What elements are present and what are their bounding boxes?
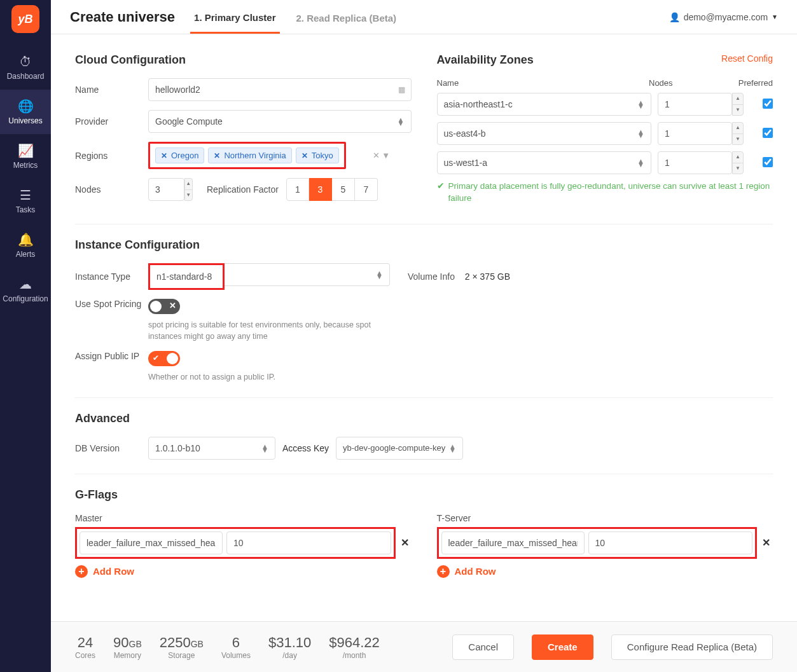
nav-dashboard[interactable]: ⏱Dashboard (0, 46, 51, 90)
gflag-master-key-input[interactable] (80, 531, 223, 554)
az-preferred-checkbox[interactable] (763, 157, 773, 167)
az-nodes-spinner[interactable]: ▲▼ (732, 93, 744, 116)
az-nodes-input[interactable] (658, 122, 732, 145)
az-preferred-checkbox[interactable] (763, 99, 773, 109)
gflag-remove-icon[interactable]: ✕ (759, 537, 773, 549)
provider-select[interactable]: Google Compute ▲▼ (148, 110, 412, 133)
select-arrows-icon: ▲▼ (261, 444, 268, 452)
name-input[interactable] (148, 78, 412, 101)
nav-metrics[interactable]: 📈Metrics (0, 134, 51, 179)
regions-clear[interactable]: ✕ ▼ (373, 151, 390, 160)
gflag-tserver-row (437, 527, 758, 559)
gflag-master-label: Master (75, 513, 412, 523)
az-nodes-input[interactable] (658, 151, 732, 174)
nav-label: Alerts (16, 250, 36, 259)
nav-label: Configuration (3, 294, 48, 303)
placement-status: ✔ Primary data placement is fully geo-re… (437, 181, 773, 205)
region-tag-tokyo: ✕Tokyo (296, 147, 339, 163)
ip-help-text: Whether or not to assign a public IP. (148, 372, 275, 383)
nav-tasks[interactable]: ☰Tasks (0, 179, 51, 223)
az-heading: Availability ZonesReset Config (437, 53, 773, 67)
nav-label: Metrics (13, 161, 38, 170)
public-ip-label: Assign Public IP (75, 351, 148, 361)
az-preferred-checkbox[interactable] (763, 128, 773, 138)
az-name-select[interactable]: us-west1-a▲▼ (437, 151, 652, 174)
stat-volumes: 6Volumes (221, 634, 251, 660)
advanced-heading: Advanced (75, 412, 773, 425)
gflag-tserver-val-input[interactable] (588, 531, 753, 554)
spinner-down-icon[interactable]: ▼ (185, 190, 193, 201)
user-menu[interactable]: 👤 demo@myacme.com ▼ (669, 12, 778, 22)
db-version-select[interactable]: 1.0.1.0-b10▲▼ (148, 437, 275, 460)
regions-label: Regions (75, 151, 148, 161)
add-row-master[interactable]: +Add Row (75, 565, 412, 578)
az-nodes-spinner[interactable]: ▲▼ (732, 151, 744, 174)
logo[interactable]: yB (11, 5, 39, 33)
page-title: Create universe (70, 9, 175, 25)
az-row: us-west1-a▲▼ ▲▼ (437, 151, 773, 174)
stat-cores: 24Cores (75, 634, 95, 660)
tab-primary-cluster[interactable]: 1. Primary Cluster (190, 1, 279, 34)
az-name-select[interactable]: asia-northeast1-c▲▼ (437, 93, 652, 116)
rf-option-3[interactable]: 3 (309, 178, 332, 201)
nav-alerts[interactable]: 🔔Alerts (0, 223, 51, 268)
gflag-master-row (75, 527, 396, 559)
caret-down-icon: ▼ (772, 13, 778, 20)
az-col-preferred: Preferred (735, 78, 773, 88)
nodes-spinner[interactable]: ▲▼ (184, 178, 193, 201)
spinner-up-icon[interactable]: ▲ (185, 179, 193, 190)
remove-region-icon[interactable]: ✕ (214, 151, 220, 160)
select-arrows-icon: ▲▼ (637, 159, 644, 167)
remove-region-icon[interactable]: ✕ (161, 151, 167, 160)
az-row: us-east4-b▲▼ ▲▼ (437, 122, 773, 145)
spot-pricing-toggle[interactable]: ✕ (148, 299, 180, 314)
name-label: Name (75, 85, 148, 95)
region-tag-nvirginia: ✕Northern Virginia (208, 147, 291, 163)
access-key-label: Access Key (275, 443, 336, 453)
create-button[interactable]: Create (532, 634, 593, 660)
db-version-label: DB Version (75, 443, 148, 453)
select-arrows-icon: ▲▼ (637, 130, 644, 137)
plus-icon: + (437, 565, 450, 578)
remove-region-icon[interactable]: ✕ (301, 151, 308, 160)
nodes-label: Nodes (75, 184, 148, 195)
nav-universes[interactable]: 🌐Universes (0, 90, 51, 134)
az-name-select[interactable]: us-east4-b▲▼ (437, 122, 652, 145)
gauge-icon: ⏱ (19, 55, 32, 69)
configure-replica-button[interactable]: Configure Read Replica (Beta) (611, 634, 773, 660)
rf-option-5[interactable]: 5 (332, 178, 355, 201)
instance-type-select[interactable]: ▲▼ (225, 263, 390, 286)
nav-configuration[interactable]: ☁Configuration (0, 268, 51, 312)
cloud-icon: ☁ (19, 277, 32, 292)
spot-help-text: spot pricing is suitable for test enviro… (148, 320, 384, 342)
x-icon: ✕ (169, 301, 176, 310)
gflag-master-val-input[interactable] (226, 531, 391, 554)
add-row-tserver[interactable]: +Add Row (437, 565, 773, 578)
list-icon: ☰ (20, 188, 31, 203)
regions-tag-box: ✕Oregon ✕Northern Virginia ✕Tokyo (148, 142, 346, 169)
footer: 24Cores 90GBMemory 2250GBStorage 6Volume… (51, 621, 797, 672)
access-key-select[interactable]: yb-dev-google-compute-key▲▼ (336, 437, 463, 460)
check-icon: ✔ (437, 181, 445, 205)
nav-label: Dashboard (7, 72, 45, 81)
az-col-name: Name (437, 78, 649, 88)
check-icon: ✔ (153, 353, 159, 362)
select-arrows-icon: ▲▼ (637, 100, 644, 108)
topbar: Create universe 1. Primary Cluster 2. Re… (51, 0, 797, 34)
rf-option-1[interactable]: 1 (286, 178, 309, 201)
gflag-tserver-key-input[interactable] (441, 531, 585, 554)
az-nodes-spinner[interactable]: ▲▼ (732, 122, 744, 145)
public-ip-toggle[interactable]: ✔ (148, 351, 180, 366)
select-arrows-icon: ▲▼ (376, 271, 383, 278)
reset-config-link[interactable]: Reset Config (721, 53, 773, 64)
rf-option-7[interactable]: 7 (355, 178, 378, 201)
tab-read-replica[interactable]: 2. Read Replica (Beta) (293, 1, 401, 32)
gflag-remove-icon[interactable]: ✕ (398, 537, 412, 549)
select-arrows-icon: ▲▼ (449, 444, 456, 452)
rf-group: 1 3 5 7 (286, 178, 378, 201)
az-nodes-input[interactable] (658, 93, 732, 116)
stat-day: $31.10/day (268, 634, 311, 660)
cancel-button[interactable]: Cancel (452, 634, 514, 660)
provider-value: Google Compute (155, 116, 223, 127)
nodes-input[interactable] (148, 178, 184, 201)
